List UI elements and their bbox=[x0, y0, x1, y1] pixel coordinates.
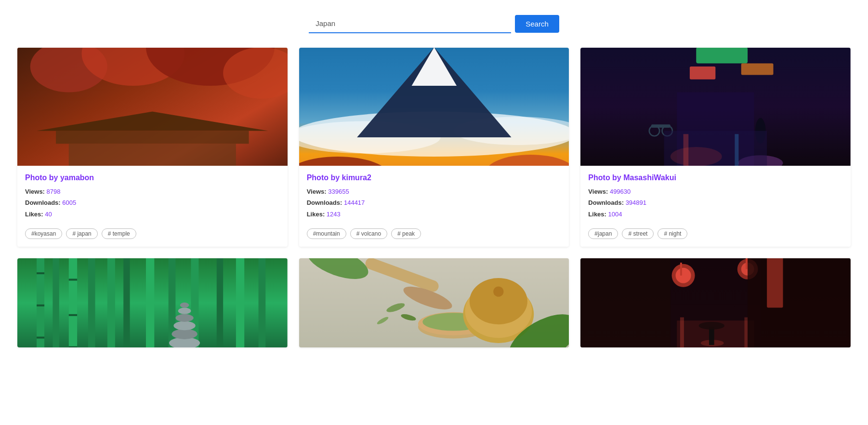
tag-street[interactable]: # street bbox=[622, 228, 654, 239]
search-bar: Search bbox=[0, 0, 868, 43]
photo-author-1[interactable]: Photo by yamabon bbox=[25, 173, 280, 182]
photo-card-2: Photo by kimura2 Views: 339655 Downloads… bbox=[299, 48, 569, 247]
svg-rect-83 bbox=[745, 318, 748, 347]
search-input[interactable] bbox=[309, 14, 511, 33]
photo-tags-2: #mountain # volcano # peak bbox=[299, 224, 569, 247]
svg-point-76 bbox=[676, 268, 691, 283]
svg-rect-41 bbox=[236, 258, 244, 347]
likes-label-3: Likes: bbox=[588, 211, 606, 218]
svg-rect-7 bbox=[69, 144, 236, 166]
svg-rect-37 bbox=[146, 258, 154, 347]
photo-stats-3: Views: 499630 Downloads: 394891 Likes: 1… bbox=[588, 186, 843, 220]
photo-card-1: Photo by yamabon Views: 8798 Downloads: … bbox=[17, 48, 288, 247]
svg-rect-5 bbox=[56, 131, 249, 144]
svg-rect-45 bbox=[37, 337, 44, 339]
downloads-label-3: Downloads: bbox=[588, 199, 624, 206]
svg-rect-80 bbox=[746, 258, 748, 269]
search-button[interactable]: Search bbox=[515, 15, 559, 33]
views-value-1: 8798 bbox=[47, 188, 61, 195]
photo-info-2: Photo by kimura2 Views: 339655 Downloads… bbox=[299, 166, 569, 224]
tag-mountain[interactable]: #mountain bbox=[307, 228, 346, 239]
svg-rect-48 bbox=[69, 346, 77, 347]
photo-info-1: Photo by yamabon Views: 8798 Downloads: … bbox=[17, 166, 288, 224]
svg-rect-18 bbox=[697, 48, 748, 63]
views-label-1: Views: bbox=[25, 188, 45, 195]
downloads-value-2: 144417 bbox=[344, 199, 365, 206]
svg-point-66 bbox=[469, 278, 527, 324]
svg-point-54 bbox=[178, 308, 191, 314]
photo-image-5[interactable] bbox=[299, 258, 569, 347]
photo-image-4[interactable] bbox=[17, 258, 288, 347]
likes-label-1: Likes: bbox=[25, 211, 43, 218]
svg-rect-34 bbox=[88, 258, 95, 347]
tag-japan-1[interactable]: # japan bbox=[66, 228, 97, 239]
likes-label-2: Likes: bbox=[307, 211, 325, 218]
views-label-3: Views: bbox=[588, 188, 608, 195]
svg-rect-47 bbox=[69, 314, 77, 316]
photo-tags-3: #japan # street # night bbox=[580, 224, 851, 247]
svg-rect-31 bbox=[37, 258, 44, 347]
tag-peak[interactable]: # peak bbox=[391, 228, 421, 239]
svg-rect-44 bbox=[37, 305, 44, 306]
tag-koyasan[interactable]: #koyasan bbox=[25, 228, 62, 239]
photo-author-2[interactable]: Photo by kimura2 bbox=[307, 173, 562, 182]
svg-point-89 bbox=[699, 322, 724, 330]
likes-value-3: 1004 bbox=[608, 211, 622, 218]
svg-rect-28 bbox=[684, 134, 689, 166]
downloads-label-1: Downloads: bbox=[25, 199, 61, 206]
svg-rect-40 bbox=[217, 258, 223, 347]
tag-volcano[interactable]: # volcano bbox=[350, 228, 387, 239]
svg-rect-88 bbox=[709, 327, 714, 345]
tag-japan-3[interactable]: #japan bbox=[588, 228, 618, 239]
photo-card-6 bbox=[580, 258, 851, 347]
tag-temple[interactable]: # temple bbox=[102, 228, 136, 239]
photo-info-3: Photo by MasashiWakui Views: 499630 Down… bbox=[580, 166, 851, 224]
svg-rect-29 bbox=[735, 134, 739, 166]
svg-rect-85 bbox=[748, 258, 851, 347]
likes-value-1: 40 bbox=[45, 211, 52, 218]
svg-point-55 bbox=[180, 303, 189, 308]
photo-grid: Photo by yamabon Views: 8798 Downloads: … bbox=[0, 43, 868, 365]
svg-rect-33 bbox=[69, 258, 77, 347]
svg-rect-35 bbox=[107, 258, 115, 347]
views-value-3: 499630 bbox=[610, 188, 631, 195]
svg-point-51 bbox=[171, 329, 197, 339]
views-label-2: Views: bbox=[307, 188, 327, 195]
photo-image-2[interactable] bbox=[299, 48, 569, 166]
likes-value-2: 1243 bbox=[327, 211, 341, 218]
photo-tags-1: #koyasan # japan # temple bbox=[17, 224, 288, 247]
svg-rect-84 bbox=[580, 258, 671, 347]
svg-rect-20 bbox=[741, 63, 774, 75]
photo-image-3[interactable] bbox=[580, 48, 851, 166]
photo-card-4 bbox=[17, 258, 288, 347]
photo-image-6[interactable] bbox=[580, 258, 851, 347]
svg-rect-46 bbox=[69, 279, 77, 281]
svg-point-53 bbox=[175, 314, 193, 322]
svg-rect-42 bbox=[259, 258, 266, 347]
svg-rect-19 bbox=[690, 66, 715, 80]
downloads-value-3: 394891 bbox=[626, 199, 646, 206]
photo-card-5 bbox=[299, 258, 569, 347]
svg-point-52 bbox=[173, 321, 195, 331]
svg-point-67 bbox=[493, 287, 503, 297]
photo-stats-1: Views: 8798 Downloads: 6005 Likes: 40 bbox=[25, 186, 280, 220]
svg-rect-36 bbox=[123, 258, 130, 347]
views-value-2: 339655 bbox=[328, 188, 349, 195]
downloads-label-2: Downloads: bbox=[307, 199, 342, 206]
photo-image-1[interactable] bbox=[17, 48, 288, 166]
photo-stats-2: Views: 339655 Downloads: 144417 Likes: 1… bbox=[307, 186, 562, 220]
tag-night[interactable]: # night bbox=[658, 228, 687, 239]
photo-card-3: Photo by MasashiWakui Views: 499630 Down… bbox=[580, 48, 851, 247]
svg-rect-82 bbox=[680, 318, 684, 347]
svg-rect-43 bbox=[37, 272, 44, 274]
downloads-value-1: 6005 bbox=[62, 199, 76, 206]
svg-rect-86 bbox=[767, 258, 783, 308]
photo-author-3[interactable]: Photo by MasashiWakui bbox=[588, 173, 843, 182]
svg-rect-27 bbox=[664, 131, 767, 166]
svg-rect-77 bbox=[680, 263, 682, 276]
search-input-wrapper bbox=[309, 14, 511, 33]
svg-rect-32 bbox=[53, 258, 59, 347]
